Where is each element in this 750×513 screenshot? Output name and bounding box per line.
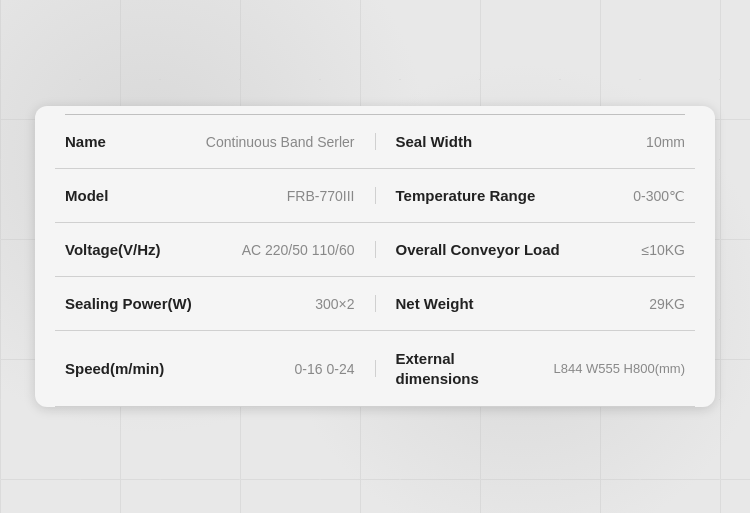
table-row: Sealing Power(W) 300×2 Net Weight 29KG: [55, 277, 695, 331]
temp-range-value: 0-300℃: [633, 188, 685, 204]
right-section-conveyor-load: Overall Conveyor Load ≤10KG: [376, 241, 686, 258]
conveyor-load-label: Overall Conveyor Load: [396, 241, 566, 258]
sealing-power-value: 300×2: [315, 296, 354, 312]
right-section-temp-range: Temperature Range 0-300℃: [376, 187, 686, 204]
sealing-power-label: Sealing Power(W): [65, 295, 192, 312]
conveyor-load-value: ≤10KG: [642, 242, 685, 258]
net-weight-label: Net Weight: [396, 295, 566, 312]
right-section-external-dimensions: Externaldimensions L844 W555 H800(mm): [376, 349, 686, 388]
model-value: FRB-770III: [287, 188, 355, 204]
name-value: Continuous Band Serler: [206, 134, 355, 150]
speed-label: Speed(m/min): [65, 360, 185, 377]
voltage-value: AC 220/50 110/60: [242, 242, 355, 258]
table-row: Name Continuous Band Serler Seal Width 1…: [55, 115, 695, 169]
name-label: Name: [65, 133, 185, 150]
model-label: Model: [65, 187, 185, 204]
speed-value: 0-16 0-24: [295, 361, 355, 377]
table-row: Voltage(V/Hz) AC 220/50 110/60 Overall C…: [55, 223, 695, 277]
table-row: Model FRB-770III Temperature Range 0-300…: [55, 169, 695, 223]
external-dimensions-label: Externaldimensions: [396, 349, 479, 388]
left-section-voltage: Voltage(V/Hz) AC 220/50 110/60: [65, 241, 376, 258]
left-section-name: Name Continuous Band Serler: [65, 133, 376, 150]
temp-range-label: Temperature Range: [396, 187, 566, 204]
specs-card: Name Continuous Band Serler Seal Width 1…: [35, 106, 715, 407]
external-dimensions-value: L844 W555 H800(mm): [554, 361, 686, 376]
left-section-model: Model FRB-770III: [65, 187, 376, 204]
seal-width-value: 10mm: [646, 134, 685, 150]
net-weight-value: 29KG: [649, 296, 685, 312]
voltage-label: Voltage(V/Hz): [65, 241, 185, 258]
seal-width-label: Seal Width: [396, 133, 566, 150]
left-section-speed: Speed(m/min) 0-16 0-24: [65, 360, 376, 377]
right-section-net-weight: Net Weight 29KG: [376, 295, 686, 312]
right-section-seal-width: Seal Width 10mm: [376, 133, 686, 150]
table-row: Speed(m/min) 0-16 0-24 Externaldimension…: [55, 331, 695, 407]
left-section-sealing-power: Sealing Power(W) 300×2: [65, 295, 376, 312]
